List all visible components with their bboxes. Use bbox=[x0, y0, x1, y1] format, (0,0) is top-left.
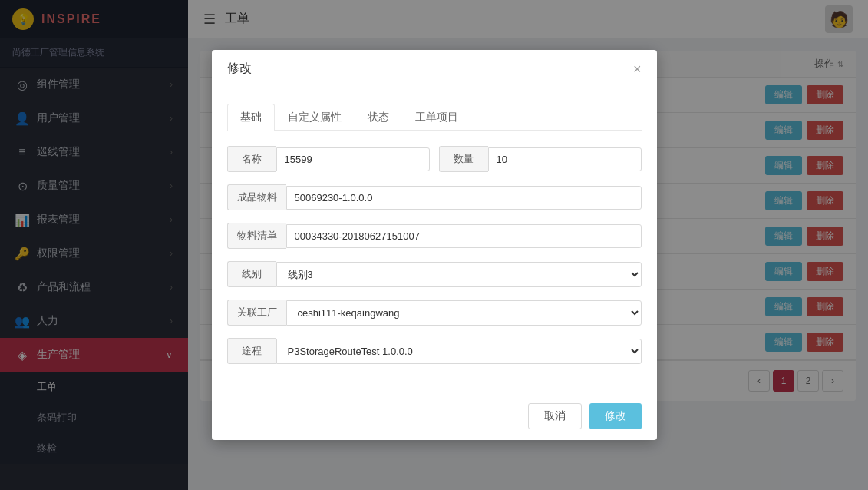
quantity-field-group: 数量 bbox=[439, 146, 642, 172]
route-select[interactable]: P3StorageRouteTest 1.0.0.0 route2 bbox=[276, 339, 642, 364]
tab-basic[interactable]: 基础 bbox=[227, 104, 275, 131]
factory-row: 关联工厂 ceshi111-keqaingwang factory2 bbox=[227, 300, 642, 326]
cancel-button[interactable]: 取消 bbox=[528, 403, 582, 429]
modal-footer: 取消 修改 bbox=[212, 392, 657, 440]
modal-overlay[interactable]: 修改 × 基础 自定义属性 状态 工单项目 名称 数量 bbox=[0, 0, 868, 490]
name-input[interactable] bbox=[276, 147, 430, 171]
tab-items[interactable]: 工单项目 bbox=[402, 104, 471, 131]
line-select[interactable]: 线别1 线别2 线别3 线别4 bbox=[276, 262, 642, 287]
factory-group: 关联工厂 ceshi111-keqaingwang factory2 bbox=[227, 300, 642, 326]
name-label: 名称 bbox=[227, 146, 276, 172]
line-row: 线别 线别1 线别2 线别3 线别4 bbox=[227, 261, 642, 287]
confirm-button[interactable]: 修改 bbox=[589, 403, 642, 429]
quantity-input[interactable] bbox=[488, 147, 642, 171]
finished-material-row: 成品物料 bbox=[227, 184, 642, 210]
factory-label: 关联工厂 bbox=[227, 300, 286, 326]
modal-title: 修改 bbox=[227, 61, 252, 77]
modal-close-button[interactable]: × bbox=[633, 62, 642, 76]
tab-custom[interactable]: 自定义属性 bbox=[275, 104, 355, 131]
finished-material-label: 成品物料 bbox=[227, 184, 286, 210]
bom-row: 物料清单 bbox=[227, 223, 642, 249]
bom-group: 物料清单 bbox=[227, 223, 642, 249]
finished-material-input[interactable] bbox=[286, 186, 642, 210]
route-row: 途程 P3StorageRouteTest 1.0.0.0 route2 bbox=[227, 338, 642, 364]
route-label: 途程 bbox=[227, 338, 276, 364]
modal-tabs: 基础 自定义属性 状态 工单项目 bbox=[227, 104, 642, 131]
bom-input[interactable] bbox=[286, 224, 642, 248]
modal-body: 基础 自定义属性 状态 工单项目 名称 数量 成品物料 bbox=[212, 88, 657, 392]
finished-material-group: 成品物料 bbox=[227, 184, 642, 210]
tab-status[interactable]: 状态 bbox=[355, 104, 402, 131]
factory-select[interactable]: ceshi111-keqaingwang factory2 bbox=[286, 300, 642, 326]
line-label: 线别 bbox=[227, 261, 276, 287]
quantity-label: 数量 bbox=[439, 146, 488, 172]
modal-header: 修改 × bbox=[212, 50, 657, 88]
bom-label: 物料清单 bbox=[227, 223, 286, 249]
route-group: 途程 P3StorageRouteTest 1.0.0.0 route2 bbox=[227, 338, 642, 364]
name-quantity-row: 名称 数量 bbox=[227, 146, 642, 172]
name-field-group: 名称 bbox=[227, 146, 430, 172]
line-group: 线别 线别1 线别2 线别3 线别4 bbox=[227, 261, 642, 287]
modal-dialog: 修改 × 基础 自定义属性 状态 工单项目 名称 数量 bbox=[212, 50, 657, 440]
